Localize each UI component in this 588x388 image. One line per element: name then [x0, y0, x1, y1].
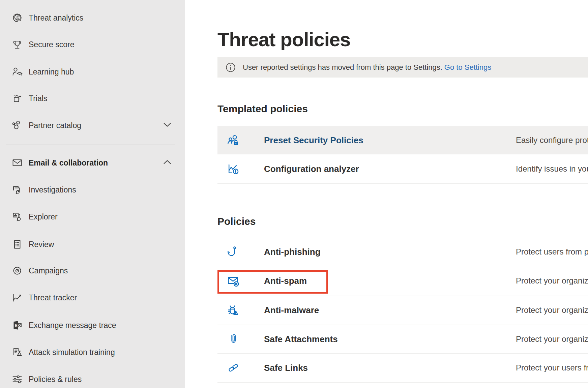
threat-tracker-icon — [10, 291, 24, 304]
row-label[interactable]: Safe Links — [264, 363, 308, 373]
info-banner: User reported settings has moved from th… — [217, 57, 588, 78]
sidebar-item-label: Exchange message trace — [29, 321, 116, 330]
partner-catalog-icon — [10, 119, 24, 132]
sidebar-item-label: Explorer — [29, 212, 58, 221]
learning-hub-icon — [10, 65, 24, 79]
row-safe-links[interactable]: Safe Links Protect your users fr — [217, 353, 588, 383]
row-description: Protect your organiz — [516, 334, 588, 344]
go-to-settings-link[interactable]: Go to Settings — [444, 63, 491, 71]
sidebar-item-learning-hub[interactable]: Learning hub — [0, 58, 185, 85]
sidebar-item-explorer[interactable]: Explorer — [0, 203, 185, 230]
sidebar-item-partner-catalog[interactable]: Partner catalog — [0, 112, 185, 139]
row-anti-spam[interactable]: Anti-spam Protect your organiz — [217, 266, 588, 296]
configuration-analyzer-icon — [226, 162, 240, 176]
sidebar-item-label: Partner catalog — [29, 121, 81, 130]
row-description: Protect users from p — [516, 247, 588, 257]
row-description: Easily configure prot — [516, 136, 588, 145]
sidebar-item-label: Email & collaboration — [29, 158, 108, 168]
sidebar-item-exchange-message-trace[interactable]: E Exchange message trace — [0, 312, 185, 339]
sidebar: Threat analytics Secure score — [0, 0, 185, 388]
sidebar-item-email-collaboration[interactable]: Email & collaboration — [0, 149, 185, 176]
sidebar-item-label: Threat tracker — [29, 293, 77, 302]
sidebar-item-label: Secure score — [29, 40, 75, 49]
sidebar-item-label: Attack simulation training — [29, 348, 115, 357]
anti-phishing-icon — [226, 245, 240, 259]
sidebar-item-secure-score[interactable]: Secure score — [0, 31, 185, 58]
row-label[interactable]: Anti-phishing — [264, 246, 321, 257]
trophy-icon — [10, 38, 24, 51]
row-preset-security-policies[interactable]: Preset Security Policies Easily configur… — [217, 126, 588, 154]
row-label[interactable]: Anti-malware — [264, 305, 319, 316]
anti-malware-icon — [226, 303, 240, 317]
sidebar-item-investigations[interactable]: Investigations — [0, 176, 185, 203]
threat-analytics-icon — [10, 11, 24, 25]
threat-policies-page: Threat analytics Secure score — [0, 0, 588, 388]
exchange-icon: E — [10, 319, 24, 332]
review-icon — [10, 238, 24, 251]
sidebar-item-label: Trials — [29, 94, 47, 103]
row-configuration-analyzer[interactable]: Configuration analyzer Identify issues i… — [217, 154, 588, 184]
sidebar-divider — [6, 145, 175, 145]
paperclip-icon — [226, 332, 240, 346]
banner-text: User reported settings has moved from th… — [243, 63, 491, 72]
sidebar-item-threat-tracker[interactable]: Threat tracker — [0, 284, 185, 311]
sliders-icon — [10, 372, 24, 386]
attack-simulation-icon — [10, 346, 24, 359]
row-label[interactable]: Anti-spam — [264, 276, 307, 286]
sidebar-item-label: Investigations — [29, 185, 76, 195]
chevron-down-icon[interactable] — [163, 121, 171, 129]
row-description: Protect your organiz — [516, 305, 588, 315]
svg-text:E: E — [15, 323, 18, 328]
anti-spam-icon — [226, 274, 240, 288]
campaigns-icon — [10, 264, 24, 277]
preset-security-policies-icon — [226, 133, 240, 147]
sidebar-item-label: Review — [29, 240, 54, 249]
row-safe-attachments[interactable]: Safe Attachments Protect your organiz — [217, 325, 588, 354]
trials-icon — [10, 92, 24, 105]
investigations-icon — [10, 183, 24, 197]
row-description: Protect your organiz — [516, 276, 588, 286]
chevron-up-icon[interactable] — [163, 159, 171, 167]
sidebar-item-campaigns[interactable]: Campaigns — [0, 257, 185, 284]
sidebar-item-trials[interactable]: Trials — [0, 85, 185, 112]
sidebar-item-label: Policies & rules — [29, 375, 82, 384]
banner-message: User reported settings has moved from th… — [243, 63, 442, 71]
row-anti-phishing[interactable]: Anti-phishing Protect users from p — [217, 237, 588, 266]
row-description: Protect your users fr — [516, 363, 588, 372]
chain-links-icon — [226, 361, 240, 375]
explorer-icon — [10, 210, 24, 223]
section-heading-templated-policies: Templated policies — [217, 103, 308, 115]
sidebar-item-policies-rules[interactable]: Policies & rules — [0, 366, 185, 388]
row-label[interactable]: Safe Attachments — [264, 334, 338, 344]
page-title: Threat policies — [217, 28, 350, 51]
email-icon — [10, 156, 24, 170]
info-icon — [226, 63, 235, 72]
row-description: Identify issues in you — [516, 164, 588, 174]
sidebar-item-label: Learning hub — [29, 67, 74, 77]
row-label[interactable]: Preset Security Policies — [264, 135, 363, 145]
sidebar-item-review[interactable]: Review — [0, 231, 185, 258]
row-anti-malware[interactable]: Anti-malware Protect your organiz — [217, 296, 588, 325]
sidebar-item-label: Threat analytics — [29, 13, 83, 23]
sidebar-item-label: Campaigns — [29, 266, 68, 275]
sidebar-item-attack-simulation-training[interactable]: Attack simulation training — [0, 339, 185, 366]
row-label[interactable]: Configuration analyzer — [264, 164, 359, 174]
sidebar-item-threat-analytics[interactable]: Threat analytics — [0, 4, 185, 31]
section-heading-policies: Policies — [217, 216, 256, 227]
